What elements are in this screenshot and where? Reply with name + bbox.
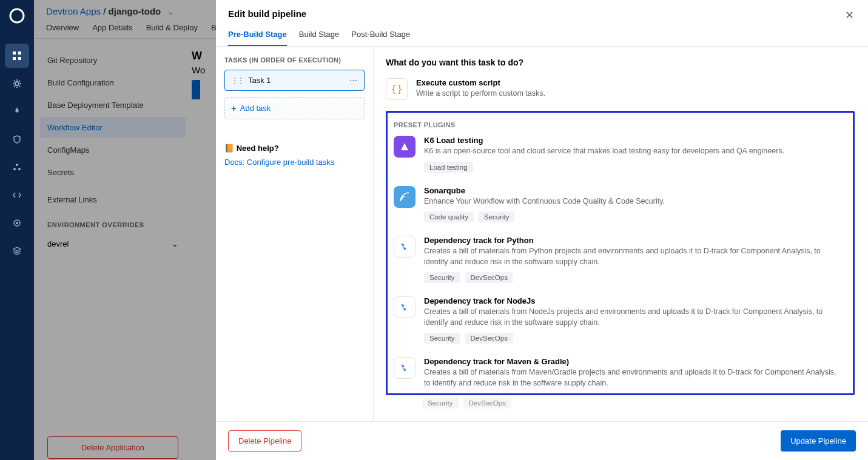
task-menu-icon[interactable]: ⋯ [349,76,358,85]
dependency-track-icon [394,236,415,258]
modal-tabs: Pre-Build Stage Build Stage Post-Build S… [216,19,868,47]
preset-plugins-section: PRESET PLUGINS K6 Load testing K6 is an … [386,111,855,395]
content-column: What do you want this task to do? { } Ex… [374,47,868,421]
rail-shield-icon[interactable] [5,127,29,152]
tag: Security [422,398,459,408]
rail-settings-icon[interactable] [5,211,29,235]
plugin-desc: Creates a bill of materials from NodeJs … [424,307,843,328]
book-icon: 📙 [224,144,234,153]
tag: Security [424,272,460,283]
svg-rect-4 [18,57,21,60]
sonarqube-icon [394,186,415,208]
tab-post-build[interactable]: Post-Build Stage [351,30,410,46]
svg-rect-3 [13,57,16,60]
modal-title: Edit build pipeline [228,8,856,19]
svg-point-8 [18,168,21,170]
plugin-desc: Creates a bill of materials from Maven/G… [424,367,843,388]
task-item-1[interactable]: ⋮⋮ Task 1 ⋯ [224,70,365,91]
tag: Load testing [424,162,473,173]
add-task-button[interactable]: + Add task [224,97,365,119]
rail-gear-icon[interactable] [5,72,29,96]
docs-link[interactable]: Docs: Configure pre-build tasks [224,158,365,167]
tasks-column: TASKS (IN ORDER OF EXECUTION) ⋮⋮ Task 1 … [216,47,374,421]
plugin-desc: K6 is an open-source tool and cloud serv… [424,146,843,157]
modal-footer: Delete Pipeline Update Pipeline [216,421,868,460]
prompt-title: What do you want this task to do? [386,58,868,67]
rail-code-icon[interactable] [5,183,29,207]
tab-pre-build[interactable]: Pre-Build Stage [228,30,287,46]
left-icon-rail [0,0,34,460]
k6-icon [394,136,415,158]
execute-custom-script-card[interactable]: { } Execute custom script Write a script… [386,78,868,111]
rail-cluster-icon[interactable] [5,155,29,179]
svg-point-6 [16,164,18,166]
modal-body: TASKS (IN ORDER OF EXECUTION) ⋮⋮ Task 1 … [216,47,868,421]
tag: DevSecOps [465,333,513,344]
plugin-desc: Creates a bill of materials from Python … [424,246,843,267]
close-icon[interactable]: ✕ [845,8,857,21]
update-pipeline-button[interactable]: Update Pipeline [781,430,856,452]
plugin-title: K6 Load testing [424,136,843,145]
svg-rect-2 [18,52,21,55]
plugin-title: Dependency track for Maven & Gradle) [424,357,843,366]
plugin-title: Sonarqube [424,186,843,195]
dependency-track-icon [394,296,415,318]
plugin-dep-maven[interactable]: Dependency track for Maven & Gradle) Cre… [394,357,847,388]
modal-header: Edit build pipeline ✕ [216,0,868,19]
custom-desc: Write a script to perform custom tasks. [416,88,545,99]
edit-build-pipeline-modal: Edit build pipeline ✕ Pre-Build Stage Bu… [216,0,868,460]
need-help-label: 📙 Need help? [224,144,365,153]
tasks-label: TASKS (IN ORDER OF EXECUTION) [224,56,365,64]
plugin-title: Dependency track for NodeJs [424,296,843,305]
svg-rect-1 [13,52,16,55]
svg-point-7 [13,168,16,170]
plugin-desc: Enhance Your Workflow with Continuous Co… [424,196,843,207]
tag: DevSecOps [465,272,513,283]
dependency-track-icon [394,357,415,379]
custom-title: Execute custom script [416,78,545,87]
svg-point-5 [15,82,19,85]
svg-point-10 [16,222,18,224]
plus-icon: + [231,103,237,113]
plugin-dep-nodejs[interactable]: Dependency track for NodeJs Creates a bi… [394,296,847,344]
rail-stack-icon[interactable] [5,239,29,263]
plugin-k6[interactable]: K6 Load testing K6 is an open-source too… [394,136,847,173]
delete-pipeline-button[interactable]: Delete Pipeline [228,430,301,452]
task-label: Task 1 [248,76,271,85]
custom-script-icon: { } [386,78,408,100]
plugin-sonarqube[interactable]: Sonarqube Enhance Your Workflow with Con… [394,186,847,223]
plugin-dep-python[interactable]: Dependency track for Python Creates a bi… [394,236,847,283]
tag: Security [424,333,460,344]
logo-icon [7,6,27,25]
preset-plugins-label: PRESET PLUGINS [394,121,847,128]
plugin-title: Dependency track for Python [424,236,843,245]
tab-build[interactable]: Build Stage [299,30,340,46]
rail-apps-icon[interactable] [5,44,29,68]
tag: DevSecOps [463,398,511,408]
rail-rocket-icon[interactable] [5,99,29,124]
tag: Security [479,212,515,222]
drag-handle-icon[interactable]: ⋮⋮ [231,76,243,85]
svg-point-0 [10,9,24,22]
tag: Code quality [424,212,474,222]
